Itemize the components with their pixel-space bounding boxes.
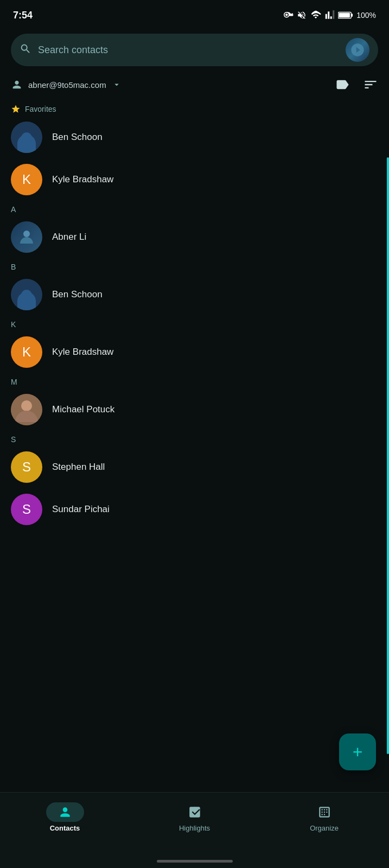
- contact-name: Stephen Hall: [52, 462, 105, 473]
- section-favorites: Favorites: [11, 100, 389, 116]
- section-k-label: K: [11, 316, 389, 331]
- list-item[interactable]: Abner Li: [11, 216, 389, 258]
- section-m-label: M: [11, 373, 389, 388]
- highlights-icon: [188, 805, 202, 819]
- filter-icon[interactable]: [363, 77, 378, 92]
- contact-list: Favorites Ben Schoon K Kyle Bradshaw A A…: [0, 100, 389, 531]
- account-actions: [335, 77, 378, 92]
- contacts-nav-label: Contacts: [50, 824, 80, 832]
- scrollbar-thumb: [387, 157, 389, 754]
- avatar: [11, 279, 42, 310]
- person-icon: [11, 79, 23, 91]
- list-item[interactable]: Michael Potuck: [11, 388, 389, 431]
- list-item[interactable]: K Kyle Bradshaw: [11, 158, 389, 201]
- avatar: [11, 221, 42, 253]
- star-icon: [11, 104, 21, 114]
- contacts-nav-icon-wrap: [46, 802, 84, 822]
- label-icon[interactable]: [335, 77, 350, 92]
- organize-nav-label: Organize: [310, 824, 339, 832]
- contact-name: Kyle Bradshaw: [52, 174, 113, 185]
- status-time: 7:54: [13, 10, 33, 21]
- search-bar[interactable]: Search contacts: [11, 34, 378, 66]
- contact-name: Abner Li: [52, 232, 86, 242]
- scrollbar[interactable]: [387, 157, 389, 754]
- svg-point-5: [21, 400, 32, 411]
- highlights-nav-icon-wrap: [176, 802, 214, 822]
- battery-icon: [338, 11, 353, 20]
- section-s-label: S: [11, 431, 389, 446]
- favorites-label: Favorites: [25, 105, 56, 113]
- key-icon: [284, 12, 294, 18]
- mute-icon: [297, 10, 307, 20]
- nav-item-contacts[interactable]: Contacts: [0, 798, 130, 832]
- svg-point-3: [23, 231, 30, 237]
- list-item[interactable]: Ben Schoon: [11, 116, 389, 158]
- contact-name: Ben Schoon: [52, 289, 103, 300]
- list-item[interactable]: Ben Schoon: [11, 273, 389, 316]
- avatar: S: [11, 451, 42, 483]
- section-b-label: B: [11, 258, 389, 273]
- list-item[interactable]: K Kyle Bradshaw: [11, 331, 389, 373]
- list-item[interactable]: S Sundar Pichai: [11, 488, 389, 531]
- bottom-nav: Contacts Highlights Organize: [0, 792, 389, 868]
- user-avatar[interactable]: [346, 38, 369, 62]
- nav-item-highlights[interactable]: Highlights: [130, 798, 259, 832]
- svg-rect-2: [339, 13, 350, 17]
- svg-rect-1: [351, 14, 353, 17]
- organize-nav-icon-wrap: [305, 802, 343, 822]
- wifi-icon: [310, 10, 322, 20]
- avatar: S: [11, 494, 42, 525]
- status-icons: 100%: [284, 10, 376, 20]
- account-row: abner@9to5mac.com: [0, 74, 389, 100]
- contacts-icon: [58, 805, 72, 819]
- search-container: Search contacts: [0, 28, 389, 74]
- account-selector[interactable]: abner@9to5mac.com: [11, 79, 122, 91]
- avatar: [11, 122, 42, 153]
- account-email: abner@9to5mac.com: [28, 80, 106, 90]
- signal-icon: [325, 10, 335, 20]
- organize-icon: [317, 805, 331, 819]
- contact-name: Michael Potuck: [52, 404, 114, 415]
- search-placeholder-text: Search contacts: [38, 44, 339, 56]
- search-icon: [20, 43, 31, 57]
- battery-percent: 100%: [356, 11, 376, 20]
- avatar: [11, 394, 42, 425]
- add-contact-fab[interactable]: +: [339, 733, 376, 770]
- dropdown-icon: [112, 80, 122, 90]
- status-bar: 7:54 100%: [0, 0, 389, 28]
- avatar: K: [11, 336, 42, 368]
- add-icon: +: [353, 743, 363, 761]
- nav-item-organize[interactable]: Organize: [259, 798, 389, 832]
- section-a-label: A: [11, 201, 389, 216]
- highlights-nav-label: Highlights: [179, 824, 210, 832]
- home-indicator: [157, 860, 233, 863]
- list-item[interactable]: S Stephen Hall: [11, 446, 389, 488]
- contact-name: Ben Schoon: [52, 132, 103, 143]
- contact-name: Kyle Bradshaw: [52, 347, 113, 358]
- avatar: K: [11, 164, 42, 195]
- contact-name: Sundar Pichai: [52, 504, 110, 515]
